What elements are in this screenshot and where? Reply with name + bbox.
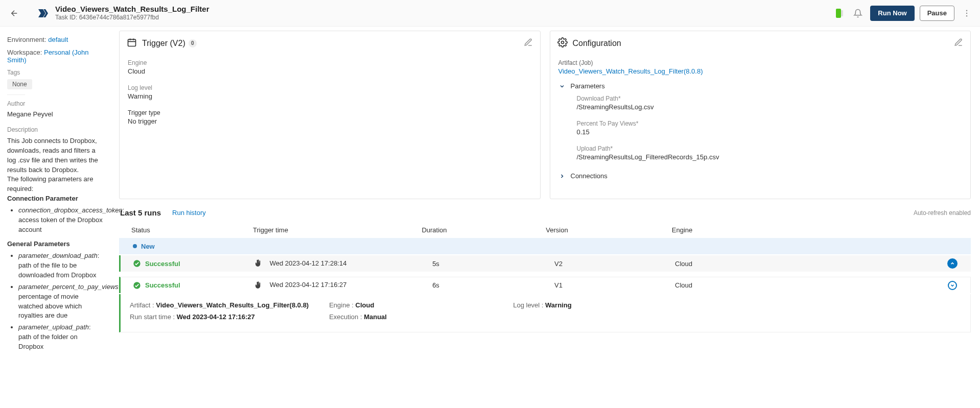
col-duration: Duration: [376, 226, 493, 234]
run-row-2[interactable]: Successful Wed 2023-04-12 17:16:27 6s V1…: [119, 277, 971, 293]
engine-label: Engine: [128, 59, 532, 66]
gear-icon: [557, 37, 568, 49]
arrow-left-icon: [10, 9, 19, 18]
check-circle-icon: [133, 259, 141, 268]
runs-table-header: Status Trigger time Duration Version Eng…: [119, 222, 971, 238]
status-new-label: New: [141, 243, 155, 250]
detail-exec-value: Manual: [364, 313, 387, 321]
artifact-link[interactable]: Video_Viewers_Watch_Results_Log_Filter(8…: [558, 67, 703, 75]
percent-pay-value: 0.15: [577, 128, 963, 136]
detail-artifact-label: Artifact :: [130, 301, 154, 309]
detail-loglevel-label: Log level :: [513, 301, 543, 309]
connections-label: Connections: [571, 172, 608, 180]
gen-param-1: parameter_download_path: path of the fil…: [18, 251, 103, 280]
svg-point-4: [561, 41, 564, 44]
app-logo: [37, 7, 49, 19]
upload-path-value: /StreamingResultsLog_FilteredRecords_15p…: [577, 153, 963, 161]
triggertype-value: No trigger: [128, 117, 532, 125]
workspace-label: Workspace:: [7, 49, 42, 56]
connection-param-heading: Connection Parameter: [7, 195, 78, 202]
svg-point-2: [966, 15, 967, 16]
detail-loglevel-value: Warning: [545, 301, 572, 309]
svg-point-0: [966, 10, 967, 11]
trigger-count-badge: 0: [189, 39, 197, 47]
row2-duration: 6s: [377, 281, 495, 289]
trigger-panel-title: Trigger (V2): [142, 39, 185, 48]
config-panel-title: Configuration: [573, 39, 621, 48]
collapse-row-icon[interactable]: [947, 258, 958, 269]
description-body: This Job connects to Dropbox, downloads,…: [7, 136, 103, 352]
run-now-button[interactable]: Run Now: [870, 6, 914, 21]
expand-row-icon[interactable]: [948, 281, 957, 290]
status-indicator-icon: [831, 6, 846, 20]
configuration-panel: Configuration Artifact (Job) Video_Viewe…: [550, 31, 971, 199]
status-success-label: Successful: [145, 260, 180, 268]
svg-point-1: [966, 12, 967, 13]
runs-table: Status Trigger time Duration Version Eng…: [119, 222, 971, 332]
edit-config-icon[interactable]: [954, 38, 963, 49]
detail-artifact-value: Video_Viewers_Watch_Results_Log_Filter(8…: [156, 301, 309, 309]
author-label: Author: [7, 100, 103, 107]
description-req: The following parameters are required:: [7, 175, 93, 193]
chevron-right-icon: [558, 173, 566, 179]
parameters-toggle[interactable]: Parameters: [558, 80, 963, 92]
main-content: Trigger (V2) 0 Engine Cloud Log level Wa…: [110, 27, 980, 366]
trigger-panel: Trigger (V2) 0 Engine Cloud Log level Wa…: [119, 31, 541, 199]
run-history-link[interactable]: Run history: [172, 209, 206, 217]
col-version: Version: [493, 226, 621, 234]
detail-start-value: Wed 2023-04-12 17:16:27: [177, 313, 255, 321]
loglevel-label: Log level: [128, 84, 532, 91]
edit-trigger-icon[interactable]: [524, 38, 533, 49]
row1-duration: 5s: [377, 260, 495, 268]
engine-value: Cloud: [128, 67, 532, 75]
manual-trigger-icon: [254, 281, 263, 290]
loglevel-value: Warning: [128, 92, 532, 100]
divider: [7, 94, 25, 95]
status-success-label: Successful: [145, 281, 180, 289]
col-status: Status: [125, 226, 253, 234]
gen-param-2: parameter_percent_to_pay_views: percenta…: [18, 282, 103, 321]
page-title: Video_Viewers_Watch_Results_Log_Filter: [55, 5, 831, 14]
bell-icon[interactable]: [851, 6, 865, 20]
gen-param-2-name: parameter_percent_to_pay_views: [18, 283, 119, 291]
run-row-1[interactable]: Successful Wed 2023-04-12 17:28:14 5s V2…: [119, 255, 971, 272]
back-button[interactable]: [6, 5, 22, 21]
environment-label: Environment:: [7, 36, 46, 43]
calendar-icon: [127, 37, 137, 49]
parameters-label: Parameters: [571, 82, 605, 90]
author-value: Megane Peyvel: [7, 110, 103, 118]
upload-path-label: Upload Path*: [577, 145, 963, 152]
row1-trigger: Wed 2023-04-12 17:28:14: [270, 259, 347, 267]
gen-param-3-name: parameter_upload_path: [18, 323, 89, 331]
tags-label: Tags: [7, 69, 103, 76]
conn-param-item: connection_dropbox_access_token: access …: [18, 206, 103, 235]
check-circle-icon: [133, 281, 141, 290]
col-engine: Engine: [621, 226, 743, 234]
status-dot-icon: [133, 244, 137, 248]
top-bar: Video_Viewers_Watch_Results_Log_Filter T…: [0, 0, 980, 27]
gen-param-3: parameter_upload_path: path of the folde…: [18, 323, 103, 352]
percent-pay-label: Percent To Pay Views*: [577, 120, 963, 127]
environment-link[interactable]: default: [48, 36, 68, 43]
more-menu-icon[interactable]: [960, 6, 974, 20]
col-trigger: Trigger time: [253, 226, 376, 234]
download-path-value: /StreamingResultsLog.csv: [577, 103, 963, 111]
svg-rect-3: [128, 39, 136, 46]
run-row-new[interactable]: New: [119, 238, 971, 254]
general-param-heading: General Parameters: [7, 240, 70, 248]
auto-refresh-label: Auto-refresh enabled: [914, 209, 971, 217]
connections-toggle[interactable]: Connections: [558, 170, 963, 182]
task-id-line: Task ID: 6436e744c786a817e5977fbd: [55, 14, 831, 22]
gen-param-1-name: parameter_download_path: [18, 252, 98, 259]
chevron-down-icon: [558, 83, 566, 89]
manual-trigger-icon: [254, 259, 263, 268]
runs-section-title: Last 5 runs: [120, 208, 161, 217]
pause-button[interactable]: Pause: [920, 6, 954, 21]
tag-none: None: [7, 79, 32, 89]
task-id-label: Task ID:: [55, 14, 77, 21]
download-path-label: Download Path*: [577, 95, 963, 102]
triggertype-label: Trigger type: [128, 109, 532, 116]
detail-exec-label: Execution :: [329, 313, 362, 321]
description-intro: This Job connects to Dropbox, downloads,…: [7, 137, 98, 174]
artifact-label: Artifact (Job): [558, 59, 963, 66]
